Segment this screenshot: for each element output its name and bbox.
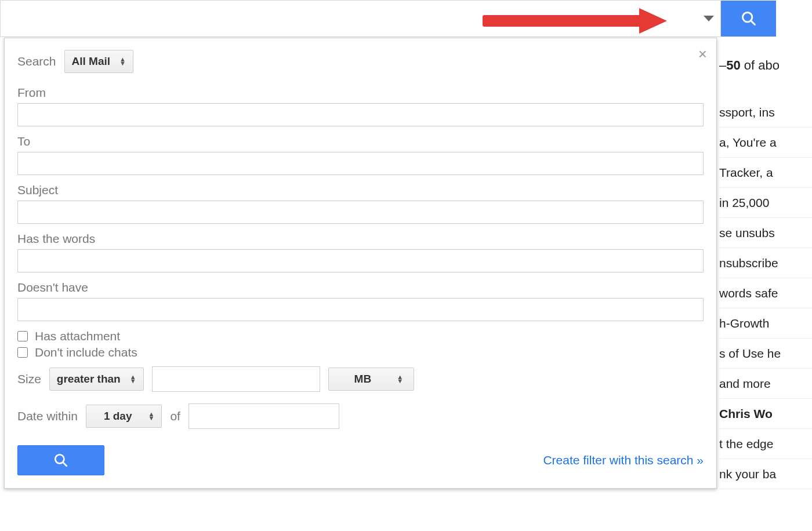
mail-row-fragment: words safe — [719, 278, 812, 308]
has-attachment-label: Has attachment — [35, 329, 120, 343]
dont-include-chats-row: Don't include chats — [17, 345, 704, 359]
date-within-label: Date within — [17, 409, 78, 423]
to-label: To — [17, 134, 704, 148]
from-field-group: From — [17, 86, 704, 126]
advanced-search-panel: × Search All Mail ▲▼ From To Subject Has… — [4, 38, 717, 489]
size-row: Size greater than ▲▼ MB ▲▼ — [17, 366, 704, 392]
svg-line-2 — [751, 21, 755, 25]
doesnt-have-label: Doesn't have — [17, 281, 704, 294]
date-of-label: of — [170, 409, 180, 423]
mail-row-fragment: and more — [719, 369, 812, 399]
mail-row-fragment: s of Use he — [719, 339, 812, 369]
search-button[interactable] — [721, 1, 776, 37]
search-icon — [53, 453, 68, 468]
doesnt-have-input[interactable] — [17, 298, 704, 321]
size-unit-select[interactable]: MB ▲▼ — [328, 368, 414, 391]
mail-row-fragment: h-Growth — [719, 308, 812, 339]
size-comparator-value: greater than — [57, 373, 121, 385]
subject-input[interactable] — [17, 201, 704, 224]
mail-row-fragment: Tracker, a — [719, 158, 812, 188]
stepper-icon: ▲▼ — [130, 375, 136, 383]
search-scope-row: Search All Mail ▲▼ — [17, 50, 704, 73]
stepper-icon: ▲▼ — [397, 375, 403, 383]
mail-row-fragment: nsubscribe — [719, 248, 812, 278]
size-label: Size — [17, 372, 41, 386]
mail-row-fragment: t the edge — [719, 429, 812, 459]
search-scope-select[interactable]: All Mail ▲▼ — [64, 50, 133, 73]
pagination-count: –50 of abo — [719, 58, 812, 73]
svg-marker-0 — [704, 16, 714, 21]
search-scope-value: All Mail — [72, 55, 111, 68]
size-comparator-select[interactable]: greater than ▲▼ — [49, 368, 144, 391]
panel-bottom-row: Create filter with this search » — [17, 445, 704, 475]
from-label: From — [17, 86, 704, 100]
date-range-select[interactable]: 1 day ▲▼ — [86, 405, 162, 428]
to-field-group: To — [17, 134, 704, 175]
size-unit-value: MB — [354, 373, 372, 385]
to-input[interactable] — [17, 152, 704, 175]
date-row: Date within 1 day ▲▼ of — [17, 403, 704, 429]
search-scope-label: Search — [17, 54, 56, 68]
mail-row-fragment: Chris Wo — [719, 399, 812, 429]
date-value-input[interactable] — [188, 403, 339, 429]
mail-list-background: –50 of abo ssport, insa, You're a Tracke… — [719, 58, 812, 489]
doesnt-have-field-group: Doesn't have — [17, 281, 704, 321]
svg-line-6 — [63, 462, 67, 466]
from-input[interactable] — [17, 103, 704, 126]
advanced-search-dropdown-trigger[interactable] — [697, 1, 720, 37]
dont-include-chats-label: Don't include chats — [35, 345, 137, 359]
stepper-icon: ▲▼ — [119, 57, 126, 66]
search-submit-button[interactable] — [17, 445, 104, 475]
has-attachment-checkbox[interactable] — [17, 331, 28, 341]
search-bar — [0, 0, 721, 37]
size-value-input[interactable] — [152, 366, 320, 392]
has-attachment-row: Has attachment — [17, 329, 704, 343]
dont-include-chats-checkbox[interactable] — [17, 347, 28, 358]
mail-row-fragment: in 25,000 — [719, 188, 812, 218]
close-panel-button[interactable]: × — [698, 46, 707, 61]
subject-label: Subject — [17, 183, 704, 197]
subject-field-group: Subject — [17, 183, 704, 224]
mail-row-fragment: se unsubs — [719, 218, 812, 248]
caret-down-icon — [704, 16, 714, 21]
create-filter-link[interactable]: Create filter with this search » — [543, 453, 704, 467]
stepper-icon: ▲▼ — [148, 412, 154, 420]
has-words-input[interactable] — [17, 249, 704, 272]
date-range-value: 1 day — [104, 410, 132, 423]
search-icon — [741, 10, 757, 27]
has-words-field-group: Has the words — [17, 232, 704, 272]
mail-row-fragment: ssport, ins — [719, 97, 812, 128]
mail-row-fragment: nk your ba — [719, 459, 812, 489]
has-words-label: Has the words — [17, 232, 704, 246]
mail-row-fragment: a, You're a — [719, 128, 812, 158]
